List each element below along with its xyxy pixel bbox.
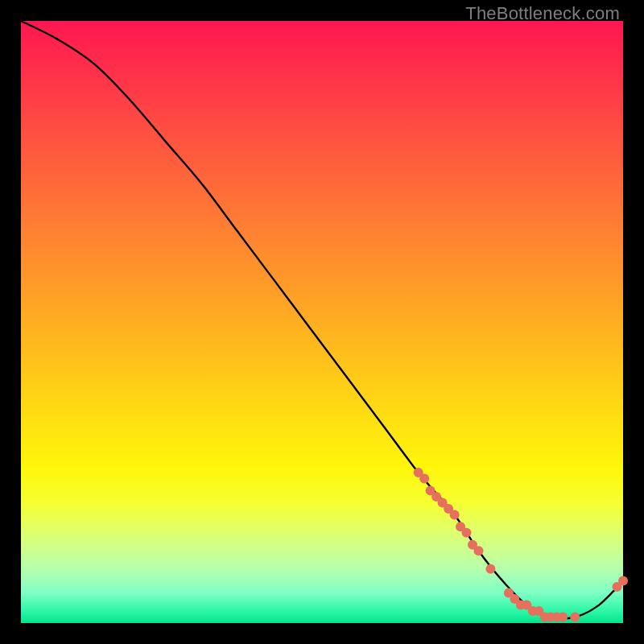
marker-point bbox=[558, 613, 568, 622]
marker-point bbox=[474, 546, 484, 555]
chart-frame: TheBottleneck.com bbox=[0, 0, 644, 644]
marker-point bbox=[618, 576, 628, 586]
marker-point bbox=[419, 474, 429, 484]
chart-svg bbox=[21, 21, 623, 623]
watermark-text: TheBottleneck.com bbox=[465, 3, 620, 24]
marker-point bbox=[485, 564, 495, 574]
bottleneck-curve bbox=[21, 21, 623, 618]
marker-point bbox=[450, 510, 460, 519]
marker-point bbox=[462, 528, 472, 538]
marker-point bbox=[570, 613, 580, 622]
